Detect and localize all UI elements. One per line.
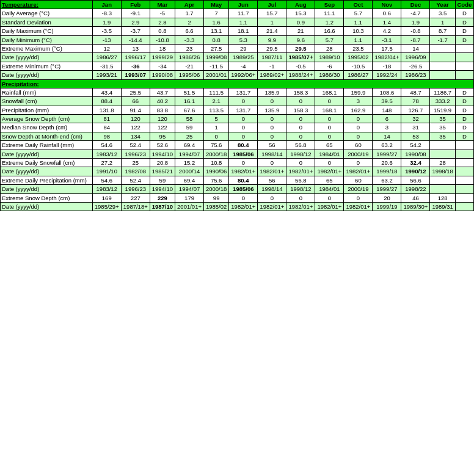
- cell-value: 1998/14: [258, 150, 286, 158]
- cell-value: 53: [401, 132, 430, 140]
- cell-value: 99: [204, 193, 229, 202]
- cell-value: 14: [373, 132, 401, 140]
- cell-value: 5.3: [229, 35, 258, 44]
- row-label: Daily Minimum (°C): [1, 35, 93, 44]
- cell-value: 2001/01+: [175, 202, 204, 211]
- cell-value: -3.5: [92, 27, 121, 35]
- cell-value: 0.8: [204, 35, 229, 44]
- row-label: Precipitation (mm): [1, 106, 93, 114]
- cell-value: 1986/30: [315, 71, 344, 79]
- cell-value: 8.7: [430, 27, 455, 35]
- cell-value: 1982/01+: [258, 167, 286, 176]
- cell-value: 1.1: [344, 18, 373, 26]
- cell-value: 29.5: [286, 44, 315, 52]
- cell-value: 1982/01+: [344, 167, 373, 176]
- cell-value: 1998/14: [258, 185, 286, 193]
- row-label: Date (yyyy/dd): [1, 185, 93, 193]
- cell-value: 2.8: [150, 18, 175, 26]
- cell-value: 21.4: [258, 27, 286, 35]
- cell-value: 2001/01: [204, 71, 229, 79]
- cell-value: 0: [315, 132, 344, 140]
- cell-value: 0: [315, 115, 344, 123]
- row-label: Date (yyyy/dd): [1, 71, 93, 79]
- cell-value: 0: [229, 115, 258, 123]
- cell-value: -10.5: [344, 62, 373, 70]
- row-label: Average Snow Depth (cm): [1, 115, 93, 123]
- table-row: Date (yyyy/dd)1985/29+1987/18+1987/10200…: [1, 202, 474, 211]
- cell-value: 2000/14: [175, 167, 204, 176]
- row-label: Daily Maximum (°C): [1, 27, 93, 35]
- row-label: Snow Depth at Month-end (cm): [1, 132, 93, 140]
- cell-value: 120: [121, 115, 150, 123]
- cell-value: 1988/24+: [286, 71, 315, 79]
- cell-value: 1990/06: [204, 167, 229, 176]
- cell-value: 69.4: [175, 141, 204, 150]
- cell-value: 35: [430, 132, 455, 140]
- cell-value: 1985/21: [150, 167, 175, 176]
- row-label: Daily Average (°C): [1, 9, 93, 18]
- row-label: Extreme Daily Snowfall (cm): [1, 159, 93, 167]
- cell-value: 1985/06: [229, 150, 258, 158]
- cell-value: 0: [258, 193, 286, 202]
- cell-value: 122: [150, 123, 175, 132]
- table-row: Snow Depth at Month-end (cm)981349525000…: [1, 132, 474, 140]
- cell-value: 52.4: [121, 141, 150, 150]
- table-row: Daily Minimum (°C)-13-14.4-10.8-3.30.85.…: [1, 35, 474, 44]
- cell-value: 1998/22: [401, 185, 430, 193]
- cell-value: 1993/07: [121, 71, 150, 79]
- table-row: Date (yyyy/dd)1986/271996/171999/291986/…: [1, 53, 474, 62]
- cell-value: -10.8: [150, 35, 175, 44]
- cell-value: 1999/27: [373, 185, 401, 193]
- cell-value: 1990/08: [401, 150, 430, 158]
- cell-value: 13: [121, 44, 150, 52]
- cell-value: 54.2: [401, 141, 430, 150]
- cell-value: 0: [286, 123, 315, 132]
- cell-value: 0: [286, 132, 315, 140]
- cell-value: 29: [229, 44, 258, 52]
- cell-value: -6: [315, 62, 344, 70]
- cell-value: 2000/18: [204, 150, 229, 158]
- cell-value: 1994/07: [175, 185, 204, 193]
- cell-value: 1982/01+: [258, 202, 286, 211]
- cell-value: D: [455, 97, 473, 106]
- cell-value: 25.5: [121, 88, 150, 96]
- cell-value: 1999/27: [373, 150, 401, 158]
- cell-value: 0: [258, 115, 286, 123]
- cell-value: 2000/19: [344, 185, 373, 193]
- cell-value: D: [455, 27, 473, 35]
- cell-value: -0.5: [286, 62, 315, 70]
- cell-value: 179: [175, 193, 204, 202]
- cell-value: 1986/26: [175, 53, 204, 62]
- cell-value: 60: [344, 176, 373, 184]
- table-row: Standard Deviation1.92.92.821.61.110.91.…: [1, 18, 474, 26]
- cell-value: 56: [258, 141, 286, 150]
- table-row: Date (yyyy/dd)1993/211993/071990/081995/…: [1, 71, 474, 79]
- cell-value: 59: [150, 176, 175, 184]
- cell-value: 95: [150, 132, 175, 140]
- cell-value: 1996/23: [121, 185, 150, 193]
- cell-value: -21: [175, 62, 204, 70]
- cell-value: 113.5: [204, 106, 229, 114]
- row-label: Extreme Daily Rainfall (mm): [1, 141, 93, 150]
- cell-value: 0.9: [286, 18, 315, 26]
- cell-value: 1985/29+: [92, 202, 121, 211]
- cell-value: -8.3: [92, 9, 121, 18]
- cell-value: 39.5: [373, 97, 401, 106]
- cell-value: 52.6: [150, 141, 175, 150]
- cell-value: 1982/01+: [315, 167, 344, 176]
- cell-value: 1989/25: [229, 53, 258, 62]
- cell-value: 2000/19: [344, 150, 373, 158]
- cell-value: 120: [150, 115, 175, 123]
- cell-value: 1982/01+: [344, 202, 373, 211]
- cell-value: 17.5: [373, 44, 401, 52]
- cell-value: 15.3: [286, 9, 315, 18]
- precipitation-section-header: Precipitation:: [1, 79, 474, 88]
- table-row: Daily Maximum (°C)-3.5-3.70.86.613.118.1…: [1, 27, 474, 35]
- cell-value: 15.2: [175, 159, 204, 167]
- cell-value: 1992/06+: [229, 71, 258, 79]
- cell-value: 1982/01+: [286, 167, 315, 176]
- cell-value: 227: [121, 193, 150, 202]
- cell-value: 111.5: [204, 88, 229, 96]
- cell-value: 1999/08: [204, 53, 229, 62]
- cell-value: 2.1: [204, 97, 229, 106]
